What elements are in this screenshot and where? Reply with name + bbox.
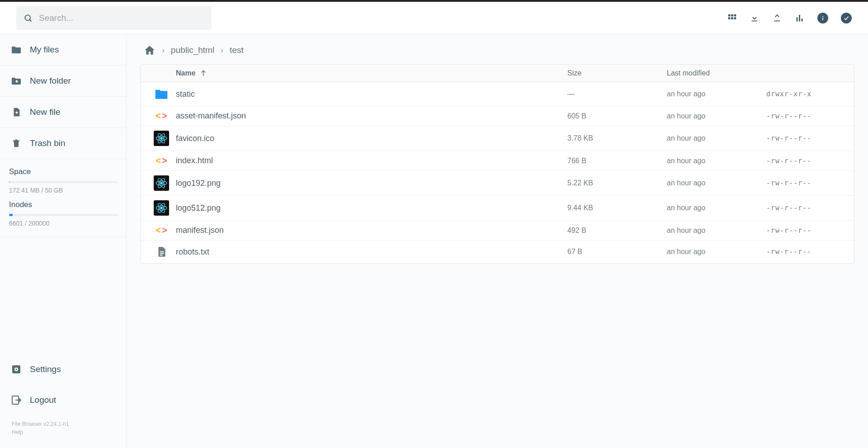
file-name: index.html — [176, 156, 567, 165]
svg-line-1 — [30, 19, 32, 21]
breadcrumb-item[interactable]: public_html — [171, 45, 214, 55]
inodes-value: 6601 / 200000 — [9, 220, 117, 227]
file-permissions: -rw-r--r-- — [766, 179, 848, 187]
list-header: Name Size Last modified — [141, 65, 854, 82]
chevron-right-icon: › — [221, 46, 223, 55]
file-modified: an hour ago — [667, 179, 766, 187]
react-icon — [154, 131, 169, 146]
sidebar-item-new-folder[interactable]: New folder — [0, 66, 126, 97]
file-size: 766 B — [567, 157, 667, 165]
select-all-icon[interactable] — [841, 13, 852, 24]
new-file-icon — [11, 107, 22, 118]
sidebar-item-label: My files — [30, 45, 59, 55]
file-permissions: drwxr-xr-x — [766, 90, 848, 98]
file-size: 3.78 KB — [567, 134, 667, 142]
inodes-bar — [9, 214, 13, 216]
table-row[interactable]: logo512.png9.44 KBan hour ago-rw-r--r-- — [141, 195, 854, 220]
breadcrumb: › public_html › test — [140, 44, 854, 64]
file-permissions: -rw-r--r-- — [766, 134, 848, 142]
file-size: 605 B — [567, 112, 667, 120]
main-area: › public_html › test Name Size Last modi… — [127, 34, 868, 448]
file-name: logo192.png — [176, 179, 567, 188]
sidebar-item-logout[interactable]: Logout — [0, 385, 126, 415]
svg-rect-4 — [734, 14, 736, 16]
column-name[interactable]: Name — [176, 69, 567, 77]
download-icon[interactable] — [750, 13, 760, 23]
search-input[interactable] — [39, 13, 204, 23]
svg-point-0 — [25, 15, 30, 20]
upload-icon[interactable] — [772, 13, 782, 23]
sidebar: My files New folder New file Trash bin S… — [0, 34, 127, 448]
svg-rect-36 — [160, 255, 162, 256]
sidebar-item-settings[interactable]: Settings — [0, 354, 126, 385]
svg-point-26 — [160, 182, 163, 184]
sidebar-item-label: Logout — [30, 395, 56, 405]
react-icon — [154, 200, 169, 216]
file-name: static — [176, 90, 567, 99]
info-icon[interactable] — [817, 13, 828, 24]
file-modified: an hour ago — [667, 134, 766, 142]
table-row[interactable]: favicon.ico3.78 KBan hour ago-rw-r--r-- — [141, 126, 854, 151]
sidebar-item-label: Trash bin — [30, 138, 66, 148]
svg-rect-34 — [160, 251, 164, 252]
column-modified[interactable]: Last modified — [667, 69, 766, 77]
file-permissions: -rw-r--r-- — [766, 226, 848, 235]
svg-rect-35 — [160, 253, 164, 254]
table-row[interactable]: <>manifest.json492 Ban hour ago-rw-r--r-… — [141, 220, 854, 240]
sidebar-item-my-files[interactable]: My files — [0, 34, 126, 66]
svg-point-22 — [160, 137, 163, 140]
column-size[interactable]: Size — [567, 69, 667, 77]
grid-view-icon[interactable] — [727, 13, 737, 23]
home-icon[interactable] — [144, 44, 156, 56]
gear-icon — [11, 364, 22, 375]
svg-point-30 — [160, 207, 163, 209]
sidebar-item-trash[interactable]: Trash bin — [0, 128, 126, 159]
file-size: 67 B — [567, 248, 667, 256]
footer-version: File Browser v2.24.1-h1 — [12, 420, 114, 428]
svg-rect-3 — [731, 14, 733, 16]
chevron-right-icon: › — [162, 46, 165, 55]
file-permissions: -rw-r--r-- — [766, 157, 848, 165]
table-row[interactable]: static—an hour agodrwxr-xr-x — [141, 82, 854, 106]
svg-rect-16 — [16, 111, 17, 114]
table-row[interactable]: robots.txt67 Ban hour ago-rw-r--r-- — [141, 240, 854, 263]
table-row[interactable]: logo192.png5.22 KBan hour ago-rw-r--r-- — [141, 170, 854, 195]
file-permissions: -rw-r--r-- — [766, 248, 848, 256]
svg-rect-6 — [731, 17, 733, 19]
svg-rect-8 — [797, 17, 798, 21]
space-value: 172.41 MB / 50 GB — [9, 187, 117, 194]
file-modified: an hour ago — [667, 226, 766, 235]
footer-help[interactable]: Help — [12, 428, 114, 436]
file-modified: an hour ago — [667, 90, 766, 98]
sidebar-item-new-file[interactable]: New file — [0, 97, 126, 128]
breadcrumb-item[interactable]: test — [230, 45, 244, 55]
table-row[interactable]: <>index.html766 Ban hour ago-rw-r--r-- — [141, 151, 854, 170]
code-icon: <> — [156, 156, 167, 166]
file-modified: an hour ago — [667, 112, 766, 120]
svg-rect-2 — [728, 14, 731, 16]
sidebar-item-label: New file — [30, 107, 61, 117]
table-row[interactable]: <>asset-manifest.json605 Ban hour ago-rw… — [141, 106, 854, 126]
code-icon: <> — [156, 111, 167, 121]
code-icon: <> — [156, 225, 167, 236]
file-size: 5.22 KB — [567, 179, 667, 187]
new-folder-icon — [11, 75, 22, 86]
footer: File Browser v2.24.1-h1 Help — [0, 415, 126, 448]
trash-icon — [11, 138, 22, 149]
logout-icon — [11, 395, 22, 406]
svg-rect-5 — [728, 17, 731, 19]
file-name: logo512.png — [176, 203, 567, 213]
svg-point-11 — [822, 16, 823, 17]
file-name: asset-manifest.json — [176, 111, 567, 121]
stats-icon[interactable] — [795, 13, 805, 23]
sidebar-item-label: New folder — [30, 76, 71, 86]
svg-rect-14 — [16, 80, 17, 83]
sort-asc-icon — [199, 69, 208, 77]
file-name: manifest.json — [176, 226, 567, 235]
search-box[interactable] — [16, 6, 212, 30]
header-actions — [727, 13, 852, 24]
space-title: Space — [9, 167, 117, 176]
file-name: favicon.ico — [176, 134, 567, 143]
file-modified: an hour ago — [667, 157, 766, 165]
file-size: 492 B — [567, 226, 667, 235]
